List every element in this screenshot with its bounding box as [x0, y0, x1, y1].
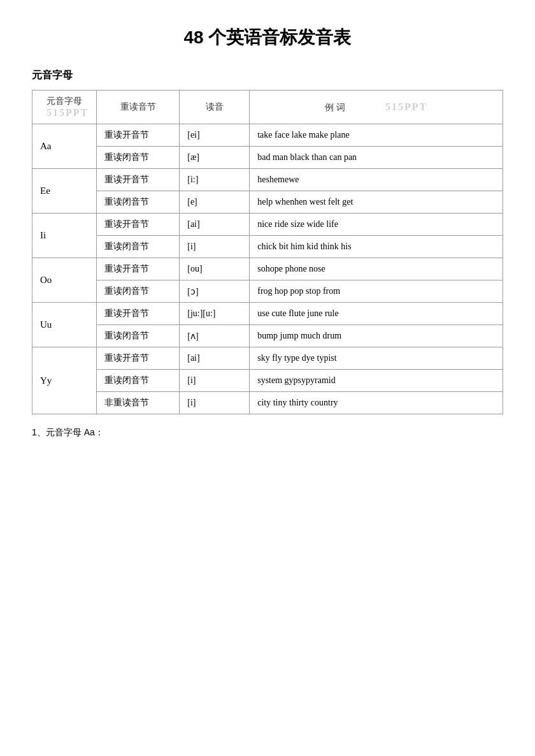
table-row: 重读闭音节 [i] chick bit him kid think his: [32, 236, 503, 258]
type-cell: 重读开音节: [97, 124, 180, 147]
examples-cell: frog hop pop stop from: [250, 280, 503, 303]
header-phonetic: 读音: [180, 91, 250, 124]
table-row: Aa 重读开音节 [ei] take face lake make plane: [32, 124, 503, 147]
examples-cell: chick bit him kid think his: [250, 236, 503, 258]
page-title: 48 个英语音标发音表: [32, 25, 503, 50]
examples-cell: bump jump much drum: [250, 325, 503, 347]
table-row: 重读闭音节 [i] system gypsypyramid: [32, 370, 503, 392]
table-row: Ee 重读开音节 [i:] heshemewe: [32, 169, 503, 191]
phonetic-cell: [i:]: [180, 169, 250, 191]
phonetic-cell: [ʌ]: [180, 325, 250, 347]
examples-cell: help whenhen west felt get: [250, 191, 503, 214]
type-cell: 重读开音节: [97, 258, 180, 280]
table-row: 重读闭音节 [æ] bad man black than can pan: [32, 147, 503, 169]
table-row: Uu 重读开音节 [ju:][u:] use cute flute june r…: [32, 303, 503, 325]
header-letter: 元音字母 515PPT: [32, 91, 97, 124]
letter-aa: Aa: [32, 124, 97, 169]
letter-oo: Oo: [32, 258, 97, 303]
table-row: 重读闭音节 [ʌ] bump jump much drum: [32, 325, 503, 347]
phonetic-cell: [ei]: [180, 124, 250, 147]
type-cell: 重读闭音节: [97, 236, 180, 258]
phonetics-table: 元音字母 515PPT 重读音节 读音 例 词 515PPT Aa 重读开音节 …: [32, 90, 503, 414]
letter-uu: Uu: [32, 303, 97, 347]
table-row: 重读闭音节 [e] help whenhen west felt get: [32, 191, 503, 214]
letter-ii: Ii: [32, 214, 97, 258]
type-cell: 重读闭音节: [97, 370, 180, 392]
examples-cell: sohope phone nose: [250, 258, 503, 280]
examples-cell: take face lake make plane: [250, 124, 503, 147]
examples-cell: system gypsypyramid: [250, 370, 503, 392]
phonetic-cell: [ai]: [180, 347, 250, 370]
type-cell: 重读开音节: [97, 303, 180, 325]
table-row: 重读闭音节 [ɔ] frog hop pop stop from: [32, 280, 503, 303]
phonetic-cell: [i]: [180, 392, 250, 414]
type-cell: 重读闭音节: [97, 191, 180, 214]
table-row: Yy 重读开音节 [ai] sky fly type dye typist: [32, 347, 503, 370]
footer-note: 1、元音字母 Aa：: [32, 427, 503, 439]
phonetic-cell: [ai]: [180, 214, 250, 236]
table-row: Oo 重读开音节 [ou] sohope phone nose: [32, 258, 503, 280]
header-type: 重读音节: [97, 91, 180, 124]
examples-cell: use cute flute june rule: [250, 303, 503, 325]
phonetic-cell: [ou]: [180, 258, 250, 280]
table-row: 非重读音节 [i] city tiny thirty country: [32, 392, 503, 414]
type-cell: 重读闭音节: [97, 147, 180, 169]
type-cell: 重读开音节: [97, 347, 180, 370]
phonetic-cell: [e]: [180, 191, 250, 214]
phonetic-cell: [i]: [180, 370, 250, 392]
phonetic-cell: [ju:][u:]: [180, 303, 250, 325]
type-cell: 重读开音节: [97, 169, 180, 191]
phonetic-cell: [i]: [180, 236, 250, 258]
examples-cell: bad man black than can pan: [250, 147, 503, 169]
examples-cell: sky fly type dye typist: [250, 347, 503, 370]
letter-yy: Yy: [32, 347, 97, 414]
examples-cell: city tiny thirty country: [250, 392, 503, 414]
section-label: 元音字母: [32, 69, 503, 82]
letter-ee: Ee: [32, 169, 97, 214]
type-cell: 非重读音节: [97, 392, 180, 414]
phonetic-cell: [æ]: [180, 147, 250, 169]
examples-cell: heshemewe: [250, 169, 503, 191]
header-examples: 例 词 515PPT: [250, 91, 503, 124]
phonetic-cell: [ɔ]: [180, 280, 250, 303]
examples-cell: nice ride size wide life: [250, 214, 503, 236]
type-cell: 重读开音节: [97, 214, 180, 236]
table-row: Ii 重读开音节 [ai] nice ride size wide life: [32, 214, 503, 236]
type-cell: 重读闭音节: [97, 280, 180, 303]
type-cell: 重读闭音节: [97, 325, 180, 347]
